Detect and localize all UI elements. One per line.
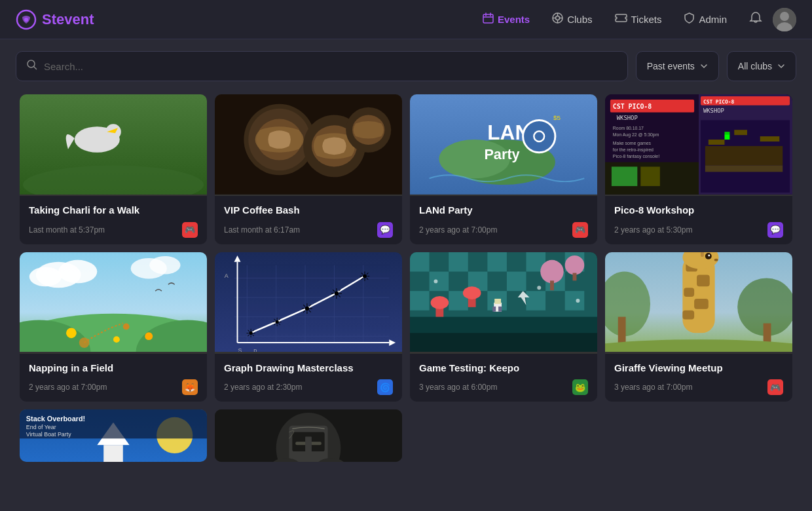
event-thumbnail: [20, 94, 207, 196]
event-card[interactable]: LANd Party $5 LANd Party 2 years ago at …: [410, 94, 597, 244]
svg-rect-122: [492, 306, 496, 311]
event-card[interactable]: Giraffe Viewing Meetup 3 years ago at 7:…: [605, 252, 792, 402]
svg-rect-101: [449, 252, 468, 272]
event-meta: Last month at 5:37pm 🎮: [29, 222, 198, 238]
event-thumbnail: [410, 252, 597, 354]
event-meta: 2 years ago at 7:00pm 🦊: [29, 379, 198, 395]
chevron-down-icon: [700, 62, 708, 70]
tickets-icon: [615, 12, 627, 26]
event-info: Napping in a Field 2 years ago at 7:00pm…: [20, 354, 207, 402]
svg-point-7: [556, 16, 560, 20]
event-card[interactable]: Stack Overboard! End of Year Virtual Boa…: [20, 409, 207, 462]
event-title: Napping in a Field: [29, 362, 198, 375]
svg-rect-152: [103, 445, 123, 462]
svg-text:WKSHOP: WKSHOP: [617, 115, 638, 121]
search-input[interactable]: [44, 61, 617, 72]
event-title: Game Testing: Keepo: [419, 362, 588, 375]
event-meta: 3 years ago at 7:00pm 🎮: [614, 379, 783, 395]
svg-text:Make some games: Make some games: [613, 141, 652, 146]
event-meta: 2 years ago at 7:00pm 🎮: [419, 222, 588, 238]
svg-point-127: [565, 255, 585, 274]
svg-point-141: [708, 254, 710, 256]
event-info: Pico-8 Workshop 2 years ago at 5:30pm 💬: [605, 196, 792, 244]
svg-rect-143: [701, 252, 704, 257]
svg-rect-138: [682, 310, 694, 319]
clubs-label: Clubs: [567, 14, 592, 25]
event-thumbnail: [215, 409, 402, 462]
user-avatar[interactable]: [773, 8, 796, 31]
event-meta: Last month at 6:17am 💬: [224, 222, 393, 238]
svg-rect-57: [709, 140, 725, 145]
svg-text:Virtual Boat Party: Virtual Boat Party: [26, 431, 71, 438]
past-events-filter[interactable]: Past events: [636, 51, 719, 81]
svg-text:☀: ☀: [330, 286, 343, 302]
svg-text:Stack Overboard!: Stack Overboard!: [26, 415, 85, 423]
nav-events[interactable]: Events: [473, 7, 539, 31]
search-bar: [16, 51, 628, 81]
event-title: VIP Coffee Bash: [224, 204, 393, 217]
clubs-filter[interactable]: All clubs: [727, 51, 796, 81]
svg-point-130: [434, 279, 437, 283]
event-info: Giraffe Viewing Meetup 3 years ago at 7:…: [605, 354, 792, 402]
event-title: Graph Drawing Masterclass: [224, 362, 393, 375]
svg-rect-123: [498, 306, 502, 311]
nav-tickets[interactable]: Tickets: [606, 7, 671, 31]
svg-point-67: [149, 256, 180, 274]
event-meta: 3 years ago at 6:00pm 🐸: [419, 379, 588, 395]
event-card[interactable]: [215, 409, 402, 462]
svg-rect-121: [494, 299, 501, 304]
logo-icon: [16, 9, 37, 30]
nav-links: Events Clubs Tickets Admin: [473, 7, 736, 31]
events-grid: Taking Charli for a Walk Last month at 5…: [0, 90, 812, 466]
svg-line-16: [34, 67, 37, 69]
event-card[interactable]: ☀ ☀ ☀ ☀ ☀ S p A Graph Drawing Masterclas…: [215, 252, 402, 402]
svg-text:S: S: [238, 347, 242, 352]
svg-rect-137: [694, 299, 709, 309]
svg-rect-48: [612, 166, 637, 186]
notifications-button[interactable]: [747, 9, 765, 30]
event-card[interactable]: CST PICO-8 WKSHOP Room 80.10.17 Mon Aug …: [605, 94, 792, 244]
svg-text:WKSHOP: WKSHOP: [703, 107, 724, 114]
svg-point-142: [714, 258, 718, 261]
event-thumbnail: ☀ ☀ ☀ ☀ ☀ S p A: [215, 252, 402, 354]
svg-point-73: [113, 336, 120, 343]
club-icon: 💬: [377, 222, 393, 238]
event-card[interactable]: Game Testing: Keepo 3 years ago at 6:00p…: [410, 252, 597, 402]
event-meta: 2 years ago at 5:30pm 💬: [614, 222, 783, 238]
event-card[interactable]: VIP Coffee Bash Last month at 6:17am 💬: [215, 94, 402, 244]
club-icon: 🎮: [767, 379, 783, 395]
svg-text:☀: ☀: [246, 327, 256, 340]
event-time: 3 years ago at 6:00pm: [419, 383, 497, 392]
svg-rect-136: [684, 288, 694, 297]
chevron-down-icon-2: [777, 62, 785, 70]
svg-text:Pico-8 fantasy console!: Pico-8 fantasy console!: [613, 154, 659, 159]
event-info: LANd Party 2 years ago at 7:00pm 🎮: [410, 196, 597, 244]
event-card[interactable]: Napping in a Field 2 years ago at 7:00pm…: [20, 252, 207, 402]
nav-clubs[interactable]: Clubs: [543, 7, 601, 31]
svg-point-125: [540, 259, 564, 283]
event-time: Last month at 6:17am: [224, 225, 300, 235]
club-icon: 🐸: [572, 379, 588, 395]
svg-rect-55: [705, 146, 783, 166]
svg-point-129: [576, 299, 580, 303]
svg-rect-59: [760, 136, 780, 142]
svg-point-71: [66, 328, 77, 338]
event-title: Giraffe Viewing Meetup: [614, 362, 783, 375]
nav-admin[interactable]: Admin: [674, 7, 736, 31]
svg-rect-109: [410, 291, 430, 311]
search-section: Past events All clubs: [0, 39, 812, 90]
event-time: 3 years ago at 7:00pm: [614, 383, 692, 392]
svg-point-65: [29, 267, 62, 286]
event-time: 2 years ago at 5:30pm: [614, 225, 692, 235]
event-thumbnail: [20, 252, 207, 354]
svg-rect-102: [487, 252, 507, 272]
svg-point-75: [123, 323, 130, 330]
svg-text:☀: ☀: [359, 269, 371, 284]
svg-rect-135: [697, 274, 710, 286]
events-label: Events: [498, 14, 530, 25]
events-icon: [483, 12, 494, 26]
event-title: Taking Charli for a Walk: [29, 204, 198, 217]
event-card[interactable]: Taking Charli for a Walk Last month at 5…: [20, 94, 207, 244]
svg-rect-105: [430, 271, 449, 291]
logo[interactable]: Stevent: [16, 9, 94, 30]
